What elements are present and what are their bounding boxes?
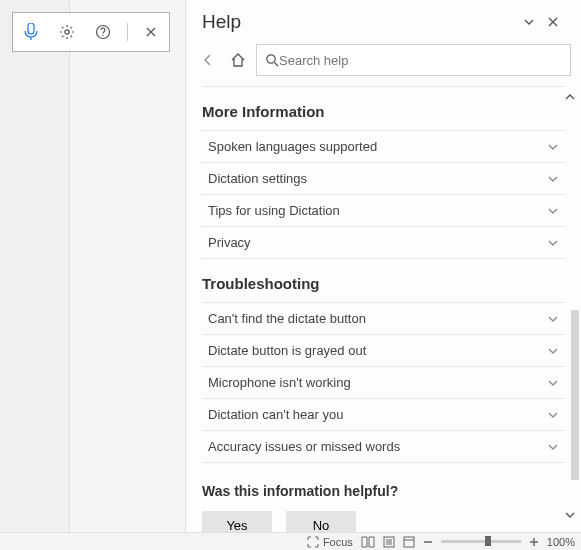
acc-label: Accuracy issues or missed words bbox=[208, 439, 547, 454]
acc-label: Microphone isn't working bbox=[208, 375, 547, 390]
print-layout-icon[interactable] bbox=[383, 536, 395, 548]
svg-point-2 bbox=[103, 35, 104, 36]
divider bbox=[202, 86, 565, 87]
help-icon[interactable] bbox=[90, 19, 116, 45]
acc-item-mic-not-working[interactable]: Microphone isn't working bbox=[202, 367, 565, 399]
acc-label: Dictation can't hear you bbox=[208, 407, 547, 422]
acc-item-tips[interactable]: Tips for using Dictation bbox=[202, 195, 565, 227]
acc-item-privacy[interactable]: Privacy bbox=[202, 227, 565, 259]
chevron-down-icon bbox=[547, 377, 559, 389]
chevron-down-icon bbox=[547, 141, 559, 153]
accordion-more-info: Spoken languages supported Dictation set… bbox=[202, 130, 565, 259]
zoom-thumb[interactable] bbox=[485, 536, 491, 546]
acc-item-cant-find[interactable]: Can't find the dictate button bbox=[202, 303, 565, 335]
close-icon[interactable] bbox=[138, 19, 164, 45]
collapse-down-icon[interactable] bbox=[563, 508, 577, 522]
section-title-more-info: More Information bbox=[202, 103, 565, 120]
web-layout-icon[interactable] bbox=[403, 536, 415, 548]
chevron-down-icon bbox=[547, 441, 559, 453]
helpful-block: Was this information helpful? Yes No bbox=[202, 483, 565, 532]
close-pane-icon[interactable] bbox=[541, 10, 565, 34]
help-title: Help bbox=[202, 11, 517, 33]
acc-item-cant-hear[interactable]: Dictation can't hear you bbox=[202, 399, 565, 431]
yes-button[interactable]: Yes bbox=[202, 511, 272, 532]
help-header: Help bbox=[186, 0, 581, 40]
chevron-down-icon bbox=[547, 345, 559, 357]
chevron-down-icon bbox=[547, 173, 559, 185]
zoom-out-icon[interactable] bbox=[423, 537, 433, 547]
acc-label: Spoken languages supported bbox=[208, 139, 547, 154]
svg-point-3 bbox=[267, 55, 275, 63]
search-icon bbox=[265, 53, 279, 67]
chevron-down-icon bbox=[547, 313, 559, 325]
accordion-troubleshooting: Can't find the dictate button Dictate bu… bbox=[202, 302, 565, 463]
focus-mode-button[interactable]: Focus bbox=[307, 536, 353, 548]
chevron-down-icon bbox=[547, 409, 559, 421]
zoom-level[interactable]: 100% bbox=[547, 536, 575, 548]
svg-rect-5 bbox=[404, 537, 414, 547]
doc-background bbox=[0, 0, 70, 550]
back-icon[interactable] bbox=[196, 48, 220, 72]
mic-icon[interactable] bbox=[18, 19, 44, 45]
collapse-up-icon[interactable] bbox=[563, 90, 577, 104]
chevron-down-icon bbox=[547, 237, 559, 249]
zoom-in-icon[interactable] bbox=[529, 537, 539, 547]
read-mode-icon[interactable] bbox=[361, 536, 375, 548]
help-body: More Information Spoken languages suppor… bbox=[186, 80, 581, 532]
svg-point-0 bbox=[65, 30, 69, 34]
scrollbar-thumb[interactable] bbox=[571, 310, 579, 480]
acc-label: Privacy bbox=[208, 235, 547, 250]
search-box[interactable] bbox=[256, 44, 571, 76]
section-title-troubleshooting: Troubleshooting bbox=[202, 275, 565, 292]
acc-label: Dictation settings bbox=[208, 171, 547, 186]
dictation-toolbar bbox=[12, 12, 170, 52]
acc-label: Dictate button is grayed out bbox=[208, 343, 547, 358]
chevron-down-icon bbox=[547, 205, 559, 217]
acc-label: Tips for using Dictation bbox=[208, 203, 547, 218]
focus-label: Focus bbox=[323, 536, 353, 548]
helpful-question: Was this information helpful? bbox=[202, 483, 565, 499]
zoom-slider[interactable] bbox=[441, 540, 521, 543]
acc-label: Can't find the dictate button bbox=[208, 311, 547, 326]
gear-icon[interactable] bbox=[54, 19, 80, 45]
acc-item-settings[interactable]: Dictation settings bbox=[202, 163, 565, 195]
separator bbox=[127, 23, 128, 41]
search-input[interactable] bbox=[279, 53, 562, 68]
no-button[interactable]: No bbox=[286, 511, 356, 532]
acc-item-languages[interactable]: Spoken languages supported bbox=[202, 131, 565, 163]
acc-item-grayed-out[interactable]: Dictate button is grayed out bbox=[202, 335, 565, 367]
help-nav bbox=[186, 40, 581, 80]
help-pane: Help More Information Spoken languages bbox=[185, 0, 581, 532]
chevron-down-icon[interactable] bbox=[517, 10, 541, 34]
status-bar: Focus 100% bbox=[0, 532, 581, 550]
acc-item-accuracy[interactable]: Accuracy issues or missed words bbox=[202, 431, 565, 463]
home-icon[interactable] bbox=[226, 48, 250, 72]
